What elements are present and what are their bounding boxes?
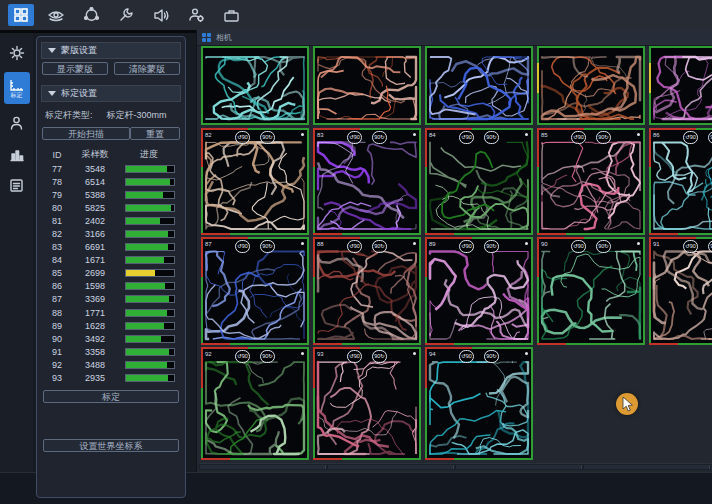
rotate-badges: ↺9090↻ — [539, 131, 643, 144]
briefcase-icon[interactable] — [218, 4, 244, 26]
table-row[interactable]: 913358 — [41, 345, 181, 358]
horizontal-scrollbar[interactable] — [199, 463, 711, 470]
calibrate-button[interactable]: 标定 — [43, 390, 179, 403]
row-id: 82 — [41, 229, 73, 239]
point-cloud-render — [539, 130, 643, 233]
table-row[interactable]: 861598 — [41, 280, 181, 293]
wrench-icon[interactable] — [113, 4, 139, 26]
rotate-badges: ↺9090↻ — [203, 350, 307, 363]
rotate-right-90-button[interactable]: 90↻ — [260, 350, 275, 363]
start-scan-button[interactable]: 开始扫描 — [42, 127, 130, 140]
border-status-segment — [649, 128, 696, 130]
show-mask-button[interactable]: 显示蒙版 — [42, 62, 108, 75]
calibration-settings-header[interactable]: 标定设置 — [41, 85, 181, 102]
table-row[interactable]: 873369 — [41, 293, 181, 306]
rotate-right-90-button[interactable]: 90↻ — [596, 131, 611, 144]
table-row[interactable]: 841671 — [41, 254, 181, 267]
camera-view-82[interactable]: 82↺9090↻ — [201, 128, 309, 235]
camera-view-88[interactable]: 88↺9090↻ — [313, 237, 421, 345]
rail-item-gear[interactable] — [5, 41, 29, 65]
camera-view-80[interactable] — [537, 46, 645, 125]
rotate-left-90-button[interactable]: ↺90 — [347, 350, 362, 363]
camera-view-94[interactable]: 94↺9090↻ — [425, 347, 533, 460]
table-row[interactable]: 805825 — [41, 201, 181, 214]
table-row[interactable]: 836691 — [41, 241, 181, 254]
camera-cell-chrome: 82↺9090↻ — [203, 131, 307, 143]
rotate-right-90-button[interactable]: 90↻ — [596, 240, 611, 253]
rotate-left-90-button[interactable]: ↺90 — [347, 240, 362, 253]
border-status-segment — [313, 347, 360, 349]
table-row[interactable]: 881771 — [41, 306, 181, 319]
rail-item-tasks[interactable] — [5, 173, 29, 197]
camera-view-79[interactable] — [425, 46, 533, 125]
rotate-right-90-button[interactable]: 90↻ — [372, 131, 387, 144]
camera-view-78[interactable] — [313, 46, 421, 125]
rotate-right-90-button[interactable]: 90↻ — [484, 131, 499, 144]
camera-view-91[interactable]: 91↺9090↻ — [649, 237, 712, 345]
rotate-right-90-button[interactable]: 90↻ — [484, 240, 499, 253]
camera-view-81[interactable] — [649, 46, 712, 125]
table-row[interactable]: 795388 — [41, 188, 181, 201]
table-row[interactable]: 812402 — [41, 214, 181, 227]
user-gear-icon[interactable] — [183, 4, 209, 26]
mask-settings-header[interactable]: 蒙版设置 — [41, 42, 181, 59]
camera-view-77[interactable] — [201, 46, 309, 125]
rotate-right-90-button[interactable]: 90↻ — [708, 240, 712, 253]
camera-cell-chrome: 88↺9090↻ — [315, 240, 419, 252]
rotate-left-90-button[interactable]: ↺90 — [347, 131, 362, 144]
rotate-left-90-button[interactable]: ↺90 — [459, 240, 474, 253]
table-row[interactable]: 932935 — [41, 372, 181, 385]
rail-item-calibration[interactable]: 标定 — [4, 72, 30, 104]
clear-mask-button[interactable]: 清除蒙版 — [114, 62, 180, 75]
table-row[interactable]: 773548 — [41, 162, 181, 175]
network-icon[interactable] — [78, 4, 104, 26]
rotate-right-90-button[interactable]: 90↻ — [484, 350, 499, 363]
col-id: ID — [41, 150, 73, 160]
rotate-left-90-button[interactable]: ↺90 — [683, 131, 698, 144]
rotate-left-90-button[interactable]: ↺90 — [459, 131, 474, 144]
rotate-right-90-button[interactable]: 90↻ — [708, 131, 712, 144]
point-cloud-render — [203, 130, 307, 233]
table-row[interactable]: 903492 — [41, 332, 181, 345]
set-world-coordinate-button[interactable]: 设置世界坐标系 — [43, 439, 179, 452]
row-id: 87 — [41, 294, 73, 304]
table-row[interactable]: 923488 — [41, 358, 181, 371]
camera-cell-chrome: 94↺9090↻ — [427, 350, 531, 362]
rotate-right-90-button[interactable]: 90↻ — [372, 350, 387, 363]
rotate-left-90-button[interactable]: ↺90 — [459, 350, 474, 363]
rail-item-stats[interactable] — [5, 142, 29, 166]
rail-item-user[interactable] — [5, 111, 29, 135]
row-samples: 3166 — [73, 229, 117, 239]
camera-view-87[interactable]: 87↺9090↻ — [201, 237, 309, 345]
rotate-right-90-button[interactable]: 90↻ — [260, 240, 275, 253]
camera-view-84[interactable]: 84↺9090↻ — [425, 128, 533, 235]
reset-button[interactable]: 重置 — [130, 127, 180, 140]
rotate-right-90-button[interactable]: 90↻ — [372, 240, 387, 253]
camera-status-dot — [413, 133, 416, 136]
camera-view-89[interactable]: 89↺9090↻ — [425, 237, 533, 345]
rotate-right-90-button[interactable]: 90↻ — [260, 131, 275, 144]
camera-view-93[interactable]: 93↺9090↻ — [313, 347, 421, 460]
table-row[interactable]: 786514 — [41, 175, 181, 188]
camera-view-86[interactable]: 86↺9090↻ — [649, 128, 712, 235]
rotate-left-90-button[interactable]: ↺90 — [571, 240, 586, 253]
rotate-left-90-button[interactable]: ↺90 — [571, 131, 586, 144]
table-row[interactable]: 852699 — [41, 267, 181, 280]
grid-icon[interactable] — [8, 4, 34, 26]
speaker-icon[interactable] — [148, 4, 174, 26]
rotate-left-90-button[interactable]: ↺90 — [683, 240, 698, 253]
rotate-badges: ↺9090↻ — [427, 240, 531, 253]
camera-view-92[interactable]: 92↺9090↻ — [201, 347, 309, 460]
rotate-left-90-button[interactable]: ↺90 — [235, 240, 250, 253]
eye-icon[interactable] — [43, 4, 69, 26]
camera-view-90[interactable]: 90↺9090↻ — [537, 237, 645, 345]
rotate-badges: ↺9090↻ — [203, 131, 307, 144]
rotate-left-90-button[interactable]: ↺90 — [235, 350, 250, 363]
camera-view-83[interactable]: 83↺9090↻ — [313, 128, 421, 235]
rotate-left-90-button[interactable]: ↺90 — [235, 131, 250, 144]
point-cloud-render — [203, 48, 307, 123]
table-row[interactable]: 891628 — [41, 319, 181, 332]
camera-view-85[interactable]: 85↺9090↻ — [537, 128, 645, 235]
table-row[interactable]: 823166 — [41, 227, 181, 240]
bar-type-value[interactable]: 标定杆-300mm — [107, 109, 167, 122]
